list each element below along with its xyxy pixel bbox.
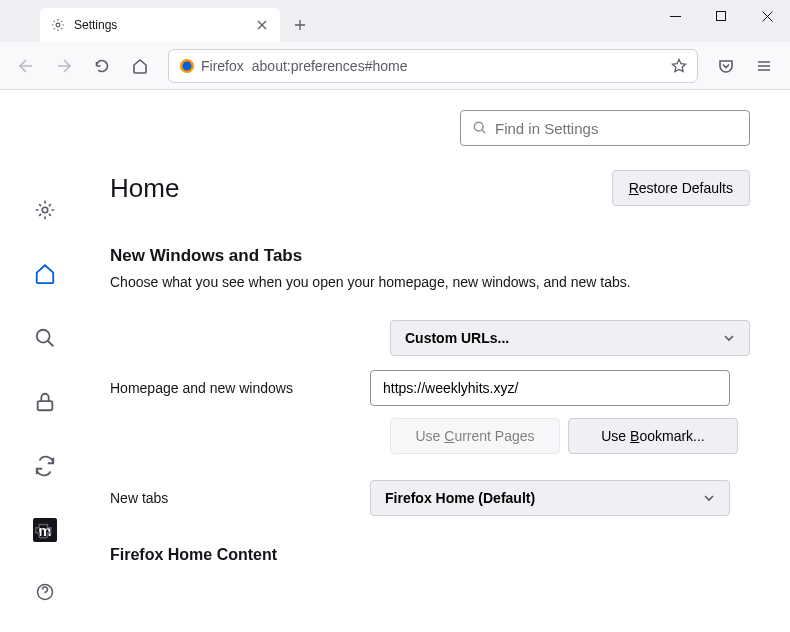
sidebar: m xyxy=(0,90,90,632)
close-window-button[interactable] xyxy=(744,0,790,32)
browser-tab[interactable]: Settings xyxy=(40,8,280,42)
homepage-label: Homepage and new windows xyxy=(110,380,370,396)
maximize-button[interactable] xyxy=(698,0,744,32)
url-text: about:preferences#home xyxy=(252,58,408,74)
close-icon[interactable] xyxy=(254,17,270,33)
sidebar-item-home[interactable] xyxy=(25,254,65,294)
new-tab-button[interactable] xyxy=(286,11,314,39)
select-label: Firefox Home (Default) xyxy=(385,490,535,506)
titlebar: Settings xyxy=(0,0,790,42)
newtabs-select[interactable]: Firefox Home (Default) xyxy=(370,480,730,516)
svg-point-5 xyxy=(37,330,50,343)
search-icon xyxy=(473,121,487,135)
newtabs-label: New tabs xyxy=(110,490,370,506)
bookmark-star-icon[interactable] xyxy=(671,58,687,74)
menu-button[interactable] xyxy=(748,50,780,82)
sidebar-item-general[interactable] xyxy=(25,190,65,230)
section-desc: Choose what you see when you open your h… xyxy=(110,274,750,290)
select-label: Custom URLs... xyxy=(405,330,509,346)
content-area: Home Restore Defaults New Windows and Ta… xyxy=(90,90,790,632)
search-settings-box[interactable] xyxy=(460,110,750,146)
tab-title: Settings xyxy=(74,18,246,32)
pocket-button[interactable] xyxy=(710,50,742,82)
sidebar-item-sync[interactable] xyxy=(25,446,65,486)
firefox-icon xyxy=(179,58,195,74)
homepage-url-input[interactable] xyxy=(370,370,730,406)
back-button[interactable] xyxy=(10,50,42,82)
gear-icon xyxy=(50,17,66,33)
sidebar-item-search[interactable] xyxy=(25,318,65,358)
identity-box: Firefox xyxy=(179,58,244,74)
search-settings-input[interactable] xyxy=(495,120,737,137)
svg-rect-1 xyxy=(717,12,726,21)
chevron-down-icon xyxy=(723,332,735,344)
section-title-2: Firefox Home Content xyxy=(110,546,750,564)
section-title: New Windows and Tabs xyxy=(110,246,750,266)
reload-button[interactable] xyxy=(86,50,118,82)
forward-button[interactable] xyxy=(48,50,80,82)
home-button[interactable] xyxy=(124,50,156,82)
svg-rect-6 xyxy=(38,401,53,410)
window-controls xyxy=(652,0,790,42)
use-current-pages-button: Use Current Pages xyxy=(390,418,560,454)
sidebar-item-privacy[interactable] xyxy=(25,382,65,422)
page-title: Home xyxy=(110,173,179,204)
url-bar[interactable]: Firefox about:preferences#home xyxy=(168,49,698,83)
svg-point-4 xyxy=(42,207,48,213)
use-bookmark-button[interactable]: Use Bookmark... xyxy=(568,418,738,454)
sidebar-item-extensions[interactable] xyxy=(25,512,65,552)
svg-point-3 xyxy=(183,61,192,70)
homepage-mode-select[interactable]: Custom URLs... xyxy=(390,320,750,356)
main-area: m Home Restore Defaults New Wind xyxy=(0,90,790,632)
toolbar: Firefox about:preferences#home xyxy=(0,42,790,90)
sidebar-item-help[interactable] xyxy=(25,572,65,612)
identity-label: Firefox xyxy=(201,58,244,74)
minimize-button[interactable] xyxy=(652,0,698,32)
restore-defaults-button[interactable]: Restore Defaults xyxy=(612,170,750,206)
svg-point-0 xyxy=(56,23,60,27)
chevron-down-icon xyxy=(703,492,715,504)
